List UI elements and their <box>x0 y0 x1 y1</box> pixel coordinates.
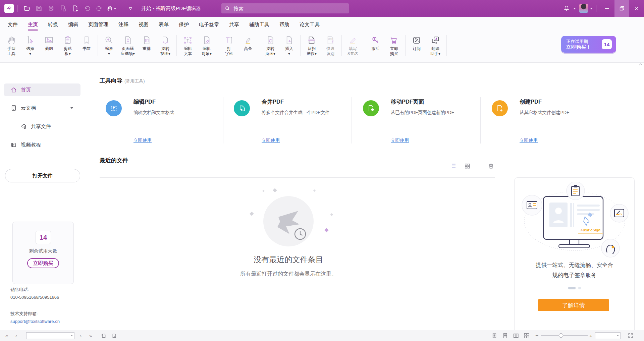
next-view-button[interactable] <box>111 330 117 341</box>
ribbon-tool-from-scanner[interactable]: 从扫 描仪▾ <box>302 32 321 56</box>
sparkle-decoration <box>324 228 329 232</box>
ribbon-tool-hand[interactable]: 手型 工具 <box>2 32 21 56</box>
tab-share[interactable]: 共享 <box>224 17 244 32</box>
ribbon-tool-fit-options[interactable]: 页面适 应选项▾ <box>118 32 137 56</box>
hand-tool-quick-icon[interactable] <box>105 2 117 14</box>
open-file-icon[interactable] <box>21 2 33 14</box>
ribbon-tool-bookmark[interactable]: 书签 <box>77 32 96 51</box>
next-page-button[interactable]: › <box>80 330 82 341</box>
carousel-dot-active[interactable] <box>568 287 576 289</box>
tab-view[interactable]: 视图 <box>133 17 154 32</box>
support-email-link[interactable]: support@foxitsoftware.cn <box>10 319 60 324</box>
ribbon-tool-activate[interactable]: 激活 <box>366 32 385 51</box>
tab-page-organize[interactable]: 页面管理 <box>83 17 113 32</box>
grid-view-button[interactable] <box>463 162 471 170</box>
ribbon-tool-translate[interactable]: 翻译 助手▾ <box>426 32 445 56</box>
create-pdf-icon <box>492 100 508 116</box>
carousel-dot[interactable] <box>578 287 581 289</box>
sidebar-item-video-tutorials[interactable]: 视频教程 <box>4 138 80 151</box>
ribbon-tool-subscribe[interactable]: 订阅 <box>407 32 426 51</box>
sidebar-item-cloud-docs[interactable]: 云文档 <box>4 102 80 114</box>
save-icon[interactable] <box>33 2 45 14</box>
buy-now-button[interactable]: 立即购买 <box>27 258 59 268</box>
scroll-up-icon[interactable] <box>639 63 643 66</box>
ribbon-tool-insert[interactable]: 插入 ▾ <box>280 32 299 56</box>
undo-icon[interactable] <box>81 2 93 14</box>
card-link-edit-pdf[interactable]: 立即使用 <box>133 137 152 144</box>
ribbon-tool-highlight[interactable]: 高亮 <box>238 32 257 51</box>
cloud-docs-caret-icon[interactable] <box>70 107 73 109</box>
page-number-input[interactable] <box>26 332 74 339</box>
facing-view-button[interactable] <box>513 330 519 341</box>
tab-file[interactable]: 文件 <box>3 17 23 32</box>
collapse-ribbon-icon[interactable] <box>124 2 137 14</box>
tab-protect[interactable]: 保护 <box>174 17 194 32</box>
sidebar-item-shared-files[interactable]: 共享文件 <box>4 120 80 133</box>
open-file-button[interactable]: 打开文件 <box>5 169 80 182</box>
ribbon-tool-edit-object[interactable]: 编辑 对象▾ <box>197 32 216 56</box>
export-page-icon[interactable] <box>57 2 69 14</box>
tab-thesis-tools[interactable]: 论文工具 <box>294 17 325 32</box>
tab-home[interactable]: 主页 <box>23 17 43 32</box>
first-page-button[interactable]: « <box>5 330 8 341</box>
card-link-create-pdf[interactable]: 立即使用 <box>520 137 538 144</box>
user-avatar[interactable] <box>579 4 588 13</box>
previous-view-button[interactable] <box>101 330 106 341</box>
previous-page-button[interactable]: ‹ <box>15 330 17 341</box>
tab-edit[interactable]: 编辑 <box>63 17 83 32</box>
tab-help[interactable]: 帮助 <box>274 17 294 32</box>
esign-promo-panel: Foxit eSign <box>514 177 635 330</box>
redo-icon[interactable] <box>93 2 105 14</box>
reflow-icon <box>142 35 152 45</box>
ribbon-tool-zoom[interactable]: 缩放 ▾ <box>100 32 118 56</box>
zoom-slider-track[interactable] <box>541 335 588 336</box>
ribbon-tool-fill-sign[interactable]: 填写 &签名 <box>343 32 362 56</box>
tab-esign[interactable]: 电子签章 <box>194 17 224 32</box>
ribbon-tool-typewriter[interactable]: 打 字机 <box>220 32 238 56</box>
ribbon-tool-snapshot[interactable]: 截图 <box>40 32 58 51</box>
ribbon-tool-reflow[interactable]: 重排 <box>137 32 156 51</box>
list-view-button[interactable] <box>449 162 457 170</box>
ribbon-tool-select[interactable]: 选择 ▾ <box>21 32 40 56</box>
account-caret-icon[interactable] <box>590 8 593 9</box>
sparkle-decoration <box>313 189 316 192</box>
tab-convert[interactable]: 转换 <box>43 17 63 32</box>
zoom-out-button[interactable]: − <box>535 330 538 341</box>
learn-more-button[interactable]: 了解详情 <box>538 299 609 311</box>
single-page-view-button[interactable] <box>492 330 497 341</box>
ribbon-tool-edit-text[interactable]: 编辑 文本 <box>178 32 197 56</box>
fullscreen-button[interactable] <box>628 330 633 341</box>
facing-continuous-view-button[interactable] <box>524 330 529 341</box>
tab-comment[interactable]: 注释 <box>113 17 133 32</box>
card-title-create-pdf: 创建PDF <box>520 98 542 106</box>
last-page-button[interactable]: » <box>89 330 92 341</box>
ribbon-tool-rotate-view[interactable]: 旋转 视图▾ <box>156 32 175 56</box>
menu-bar: 文件 主页 转换 编辑 页面管理 注释 视图 表单 保护 电子签章 共享 辅助工… <box>0 17 644 32</box>
card-link-move-pdf[interactable]: 立即使用 <box>391 137 409 144</box>
continuous-view-button[interactable] <box>502 330 508 341</box>
zoom-in-button[interactable]: + <box>589 330 592 341</box>
notifications-bell-icon[interactable] <box>560 2 573 14</box>
restore-button[interactable] <box>614 0 629 17</box>
ribbon-tool-quick-ocr[interactable]: OCR 快速 识别 <box>321 32 340 56</box>
ribbon-tool-rotate-pages[interactable]: 旋转 页面▾ <box>261 32 280 56</box>
close-button[interactable] <box>629 0 644 17</box>
search-input[interactable] <box>233 5 345 12</box>
search-bar[interactable] <box>221 3 349 13</box>
new-document-icon[interactable] <box>69 2 81 14</box>
tab-form[interactable]: 表单 <box>154 17 174 32</box>
ribbon-tool-buy-now[interactable]: 立即 购买 <box>385 32 404 56</box>
print-icon[interactable] <box>45 2 57 14</box>
page-number-caret-icon[interactable] <box>71 335 73 336</box>
notifications-caret-icon[interactable] <box>573 8 576 9</box>
tab-accessibility[interactable]: 辅助工具 <box>244 17 274 32</box>
zoom-percentage-input[interactable] <box>595 332 621 339</box>
minimize-button[interactable] <box>600 0 614 17</box>
ribbon-tool-clipboard[interactable]: 剪贴 板▾ <box>58 32 77 56</box>
card-link-merge-pdf[interactable]: 立即使用 <box>262 137 280 144</box>
trial-period-badge[interactable]: 正在试用期 立即购买！ 14 <box>561 36 616 53</box>
zoom-slider-handle[interactable] <box>559 333 563 338</box>
zoom-caret-icon[interactable] <box>617 335 619 336</box>
clear-recent-trash-button[interactable] <box>487 162 495 170</box>
sidebar-item-home[interactable]: 首页 <box>4 83 80 96</box>
